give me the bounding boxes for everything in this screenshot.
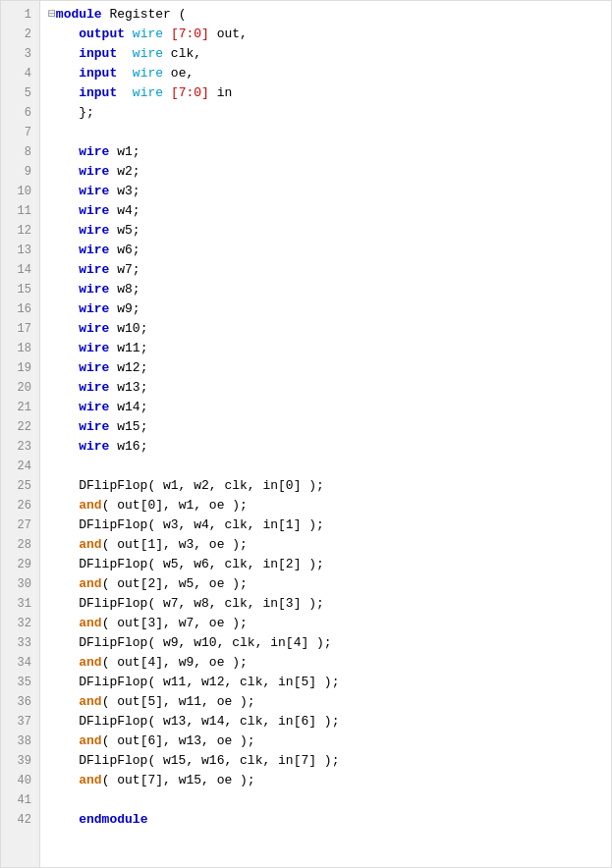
code-line: wire w9; (48, 299, 611, 319)
code-text (48, 142, 79, 162)
line-number: 14 (1, 260, 39, 280)
code-line: DFlipFlop( w11, w12, clk, in[5] ); (48, 673, 611, 692)
code-line: input wire [7:0] in (48, 83, 611, 103)
keyword-and: and (79, 574, 101, 594)
code-text: w7; (109, 260, 139, 280)
code-text: ( out[7], w15, oe ); (102, 771, 255, 790)
line-number: 27 (1, 515, 39, 535)
code-text: ( out[1], w3, oe ); (102, 535, 248, 555)
keyword-and: and (79, 692, 101, 712)
line-number: 25 (1, 476, 39, 496)
keyword-and: and (79, 732, 101, 751)
keyword-wire: wire (79, 142, 109, 162)
code-text (48, 692, 79, 712)
code-content[interactable]: ⊟module Register ( output wire [7:0] out… (40, 1, 611, 867)
code-text: w10; (109, 319, 147, 339)
line-number: 38 (1, 732, 39, 751)
code-text: ( out[5], w11, oe ); (102, 692, 255, 712)
type-keyword: wire (133, 64, 163, 83)
line-number: 21 (1, 398, 39, 417)
keyword-wire: wire (79, 241, 109, 260)
code-line: wire w2; (48, 162, 611, 182)
code-text (48, 732, 79, 751)
keyword-output: output (79, 25, 125, 44)
code-line: wire w5; (48, 221, 611, 241)
line-number: 31 (1, 594, 39, 614)
line-number: 20 (1, 378, 39, 398)
bit-range: [7:0] (171, 25, 209, 44)
code-text (48, 653, 79, 673)
code-line: wire w11; (48, 339, 611, 358)
code-line: DFlipFlop( w15, w16, clk, in[7] ); (48, 751, 611, 771)
line-number: 6 (1, 103, 39, 123)
line-number: 40 (1, 771, 39, 790)
code-text: w5; (109, 221, 139, 241)
code-text: DFlipFlop( w11, w12, clk, in[5] ); (48, 673, 339, 692)
code-text: DFlipFlop( w9, w10, clk, in[4] ); (48, 633, 332, 653)
code-text (48, 614, 79, 633)
line-number: 32 (1, 614, 39, 633)
line-number: 26 (1, 496, 39, 515)
keyword-wire: wire (79, 221, 109, 241)
keyword-wire: wire (79, 162, 109, 182)
code-text (48, 339, 79, 358)
code-text: DFlipFlop( w15, w16, clk, in[7] ); (48, 751, 339, 771)
code-text: w15; (109, 417, 147, 437)
line-number: 12 (1, 221, 39, 241)
code-line: wire w10; (48, 319, 611, 339)
code-text: w12; (109, 358, 147, 378)
code-text: ( out[3], w7, oe ); (102, 614, 248, 633)
line-number: 2 (1, 25, 39, 44)
code-line: and( out[0], w1, oe ); (48, 496, 611, 515)
code-line: wire w6; (48, 241, 611, 260)
line-number: 7 (1, 123, 39, 142)
code-editor: 1234567891011121314151617181920212223242… (0, 0, 612, 868)
line-number: 24 (1, 457, 39, 476)
code-text: w9; (109, 299, 139, 319)
keyword-input: input (79, 64, 117, 83)
code-text: Register ( (102, 5, 187, 25)
code-text (48, 417, 79, 437)
code-text (48, 64, 79, 83)
code-text: ( out[0], w1, oe ); (102, 496, 248, 515)
line-number: 19 (1, 358, 39, 378)
type-keyword: wire (133, 44, 163, 64)
line-number: 37 (1, 712, 39, 732)
code-line: wire w4; (48, 201, 611, 221)
code-text: oe, (163, 64, 194, 83)
type-keyword: wire (133, 25, 163, 44)
code-text: w2; (109, 162, 139, 182)
line-number: 34 (1, 653, 39, 673)
code-line: DFlipFlop( w9, w10, clk, in[4] ); (48, 633, 611, 653)
code-text (163, 83, 171, 103)
line-number: 5 (1, 83, 39, 103)
code-text: w3; (109, 182, 139, 201)
code-text: DFlipFlop( w13, w14, clk, in[6] ); (48, 712, 339, 732)
code-text (48, 810, 79, 830)
code-line: and( out[6], w13, oe ); (48, 732, 611, 751)
keyword-input: input (79, 83, 117, 103)
code-line: wire w13; (48, 378, 611, 398)
line-number: 1 (1, 5, 39, 25)
code-text (48, 378, 79, 398)
keyword-wire: wire (79, 378, 109, 398)
line-number: 17 (1, 319, 39, 339)
keyword-wire: wire (79, 358, 109, 378)
code-text (48, 496, 79, 515)
code-text (48, 25, 79, 44)
code-text (48, 535, 79, 555)
line-number: 9 (1, 162, 39, 182)
code-line: wire w7; (48, 260, 611, 280)
code-line: DFlipFlop( w5, w6, clk, in[2] ); (48, 555, 611, 574)
code-text (117, 44, 133, 64)
code-text (48, 182, 79, 201)
code-text (117, 83, 133, 103)
code-line: DFlipFlop( w3, w4, clk, in[1] ); (48, 515, 611, 535)
line-number: 10 (1, 182, 39, 201)
line-number: 33 (1, 633, 39, 653)
line-number: 29 (1, 555, 39, 574)
collapse-icon[interactable]: ⊟ (48, 5, 56, 25)
code-text (48, 319, 79, 339)
code-line: input wire clk, (48, 44, 611, 64)
line-number: 23 (1, 437, 39, 457)
